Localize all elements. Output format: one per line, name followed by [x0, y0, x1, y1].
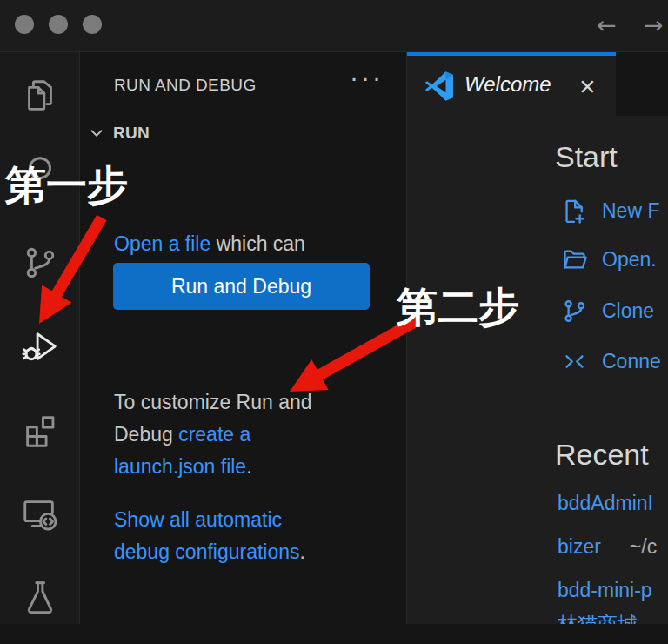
remote-connect-icon [560, 347, 589, 376]
editor-group: Welcome × Start New F Open. [406, 52, 668, 644]
git-clone-icon [560, 297, 589, 325]
window-bottom-strip [0, 624, 668, 644]
start-item-label: Clone [602, 299, 654, 323]
tab-close-icon[interactable]: × [579, 67, 596, 105]
step2-label: 第二步 [397, 280, 519, 335]
run-and-debug-icon[interactable] [16, 322, 64, 371]
navigate-back-icon[interactable]: ← [597, 10, 617, 41]
recent-item-name[interactable]: bdd-mini-p [558, 579, 652, 602]
activity-bar [0, 52, 80, 644]
recent-item[interactable]: bddAdminI [558, 489, 653, 517]
remote-explorer-icon[interactable] [16, 489, 64, 538]
run-and-debug-button[interactable]: Run and Debug [113, 263, 370, 310]
show-configs-text: Show all automatic debug configurations. [114, 504, 305, 568]
tab-welcome[interactable]: Welcome × [407, 52, 616, 116]
recent-heading: Recent [555, 438, 649, 472]
start-item-label: Conne [602, 350, 661, 373]
recent-item[interactable]: 林猫商城 [558, 610, 638, 624]
start-item-label: Open. [602, 248, 657, 272]
recent-item[interactable]: bdd-mini-p [558, 576, 652, 604]
extensions-icon[interactable] [16, 406, 64, 455]
title-bar: ← → [0, 0, 668, 52]
panel-title: RUN AND DEBUG [114, 76, 257, 95]
open-a-file-link[interactable]: Open a file [114, 232, 210, 255]
chevron-down-icon [87, 124, 106, 143]
customize-hint-text: To customize Run and Debug create a laun… [114, 386, 312, 483]
customize-period: . [246, 455, 251, 478]
window-minimize-button[interactable] [49, 15, 68, 34]
open-folder-icon [560, 245, 589, 274]
vscode-logo-icon [424, 71, 454, 101]
recent-item-name[interactable]: bddAdminI [558, 492, 653, 515]
window-zoom-button[interactable] [83, 15, 102, 34]
customize-line2-pre: Debug [114, 423, 178, 446]
hint-text: which can [210, 232, 305, 255]
start-heading: Start [555, 140, 618, 174]
recent-item-name[interactable]: 林猫商城 [558, 611, 638, 625]
more-actions-icon[interactable]: ··· [350, 63, 384, 92]
configs-period: . [300, 540, 305, 563]
welcome-page: Start New F Open. [407, 116, 668, 624]
recent-item-name[interactable]: bizer [558, 535, 601, 559]
recent-item-path: ~/c [630, 535, 657, 559]
run-section-header[interactable]: RUN [87, 124, 150, 143]
start-item-label: New F [602, 199, 659, 223]
customize-line1: To customize Run and [114, 386, 312, 419]
window-close-button[interactable] [15, 15, 34, 34]
run-and-debug-panel: RUN AND DEBUG ··· RUN Open a file which … [80, 52, 406, 644]
navigate-forward-icon[interactable]: → [644, 10, 664, 41]
start-clone[interactable]: Clone [560, 296, 654, 325]
explorer-icon[interactable] [16, 71, 64, 120]
source-control-icon[interactable] [16, 238, 64, 287]
start-open[interactable]: Open. [560, 245, 657, 274]
new-file-icon [560, 197, 589, 225]
start-connect[interactable]: Conne [560, 346, 661, 376]
tab-welcome-label: Welcome [464, 72, 551, 97]
tab-bar: Welcome × [407, 52, 668, 116]
step1-label: 第一步 [5, 158, 128, 213]
start-new-file[interactable]: New F [560, 196, 659, 225]
run-section-label: RUN [113, 124, 150, 143]
launch-json-file-link[interactable]: launch.json file [114, 455, 246, 478]
testing-icon[interactable] [16, 573, 64, 621]
show-all-automatic-link[interactable]: Show all automatic [114, 508, 282, 531]
create-launch-json-link[interactable]: create a [178, 423, 250, 446]
debug-configurations-link[interactable]: debug configurations [114, 540, 300, 563]
vscode-window: ← → [0, 0, 668, 644]
recent-item[interactable]: bizer ~/c [558, 533, 657, 560]
